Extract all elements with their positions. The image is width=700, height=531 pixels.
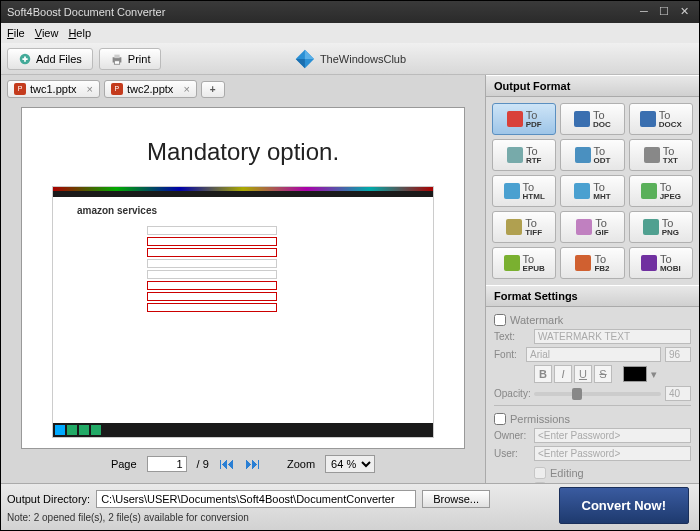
format-epub[interactable]: ToEPUB (492, 247, 556, 279)
slide-title: Mandatory option. (52, 138, 434, 166)
wm-text-input[interactable] (534, 329, 691, 344)
format-label: ToDOCX (659, 110, 682, 129)
format-fb2[interactable]: ToFB2 (560, 247, 624, 279)
wm-font-input[interactable] (526, 347, 661, 362)
toolbar: Add Files Print TheWindowsClub (1, 43, 699, 75)
permissions-label: Permissions (510, 413, 570, 425)
brand: TheWindowsClub (294, 48, 406, 70)
format-gif[interactable]: ToGIF (560, 211, 624, 243)
format-icon (506, 219, 522, 235)
add-files-label: Add Files (36, 53, 82, 65)
permissions-checkbox[interactable] (494, 413, 506, 425)
format-mht[interactable]: ToMHT (560, 175, 624, 207)
first-page-button[interactable]: ⏮ (219, 455, 235, 473)
close-button[interactable]: ✕ (675, 5, 693, 19)
menu-file[interactable]: File (7, 27, 25, 39)
opacity-slider[interactable] (534, 392, 661, 396)
format-icon (504, 183, 520, 199)
output-dir-label: Output Directory: (7, 493, 90, 505)
preview-area: Mandatory option. amazon services (3, 101, 483, 481)
format-label: ToHTML (523, 182, 545, 201)
app-window: Soft4Boost Document Converter ─ ☐ ✕ File… (0, 0, 700, 531)
last-page-button[interactable]: ⏭ (245, 455, 261, 473)
opacity-value[interactable] (665, 386, 691, 401)
restrict-editing[interactable] (534, 467, 546, 479)
format-png[interactable]: ToPNG (629, 211, 693, 243)
format-odt[interactable]: ToODT (560, 139, 624, 171)
format-label: ToRTF (526, 146, 542, 165)
file-tabs: Ptwc1.pptx× Ptwc2.pptx× + (3, 77, 483, 101)
format-label: ToMHT (593, 182, 610, 201)
format-icon (574, 111, 590, 127)
format-jpeg[interactable]: ToJPEG (629, 175, 693, 207)
close-tab-icon[interactable]: × (86, 83, 92, 95)
format-rtf[interactable]: ToRTF (492, 139, 556, 171)
add-tab-button[interactable]: + (201, 81, 225, 98)
page-input[interactable] (147, 456, 187, 472)
tab-label: twc1.pptx (30, 83, 76, 95)
format-mobi[interactable]: ToMOBI (629, 247, 693, 279)
format-label: ToJPEG (660, 182, 681, 201)
editing-label: Editing (550, 467, 584, 479)
settings-panel: Watermark Text: Font: BIUS ▾ Opacity: Pe… (486, 307, 699, 483)
wm-fontsize-input[interactable] (665, 347, 691, 362)
dropdown-icon[interactable]: ▾ (651, 368, 657, 381)
user-password[interactable] (534, 446, 691, 461)
bold-button[interactable]: B (534, 365, 552, 383)
strike-button[interactable]: S (594, 365, 612, 383)
print-button[interactable]: Print (99, 48, 162, 70)
add-files-button[interactable]: Add Files (7, 48, 93, 70)
menu-help[interactable]: Help (68, 27, 91, 39)
owner-label: Owner: (494, 430, 530, 441)
browse-button[interactable]: Browse... (422, 490, 490, 508)
format-icon (576, 219, 592, 235)
format-docx[interactable]: ToDOCX (629, 103, 693, 135)
window-title: Soft4Boost Document Converter (7, 6, 633, 18)
close-tab-icon[interactable]: × (183, 83, 189, 95)
convert-button[interactable]: Convert Now! (559, 487, 690, 524)
format-pdf[interactable]: ToPDF (492, 103, 556, 135)
file-tab[interactable]: Ptwc2.pptx× (104, 80, 197, 98)
minimize-button[interactable]: ─ (635, 5, 653, 19)
print-label: Print (128, 53, 151, 65)
watermark-label: Watermark (510, 314, 563, 326)
format-settings-header: Format Settings (486, 285, 699, 307)
format-icon (640, 111, 656, 127)
menu-view[interactable]: View (35, 27, 59, 39)
format-label: ToGIF (595, 218, 608, 237)
output-dir-input[interactable] (96, 490, 416, 508)
brand-text: TheWindowsClub (320, 53, 406, 65)
format-txt[interactable]: ToTXT (629, 139, 693, 171)
format-label: ToTIFF (525, 218, 542, 237)
zoom-select[interactable]: 64 % (325, 455, 375, 473)
format-html[interactable]: ToHTML (492, 175, 556, 207)
format-label: ToEPUB (523, 254, 545, 273)
content: Ptwc1.pptx× Ptwc2.pptx× + Mandatory opti… (1, 75, 699, 483)
maximize-button[interactable]: ☐ (655, 5, 673, 19)
format-icon (641, 255, 657, 271)
format-tiff[interactable]: ToTIFF (492, 211, 556, 243)
left-pane: Ptwc1.pptx× Ptwc2.pptx× + Mandatory opti… (1, 75, 485, 483)
page-total: / 9 (197, 458, 209, 470)
format-icon (575, 255, 591, 271)
format-label: ToPNG (662, 218, 679, 237)
format-label: ToTXT (663, 146, 678, 165)
taskbar (53, 423, 433, 437)
owner-password[interactable] (534, 428, 691, 443)
svg-rect-3 (114, 60, 119, 64)
slide-content: amazon services (52, 186, 434, 438)
watermark-checkbox[interactable] (494, 314, 506, 326)
pptx-icon: P (14, 83, 26, 95)
user-label: User: (494, 448, 530, 459)
format-icon (575, 147, 591, 163)
file-tab[interactable]: Ptwc1.pptx× (7, 80, 100, 98)
format-grid: ToPDFToDOCToDOCXToRTFToODTToTXTToHTMLToM… (486, 97, 699, 285)
svg-rect-2 (114, 54, 119, 58)
format-icon (641, 183, 657, 199)
browser-chrome (53, 187, 433, 197)
format-icon (507, 111, 523, 127)
underline-button[interactable]: U (574, 365, 592, 383)
color-picker[interactable] (623, 366, 647, 382)
italic-button[interactable]: I (554, 365, 572, 383)
format-doc[interactable]: ToDOC (560, 103, 624, 135)
